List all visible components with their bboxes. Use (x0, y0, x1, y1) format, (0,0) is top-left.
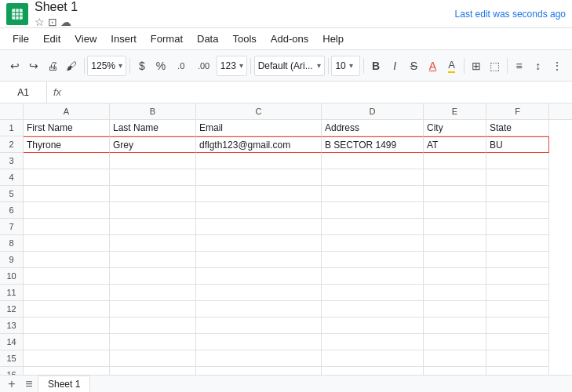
empty-cell[interactable] (110, 350, 196, 367)
empty-cell[interactable] (196, 153, 322, 169)
col-header-a[interactable]: A (24, 103, 110, 119)
underline-button[interactable]: A (424, 55, 441, 77)
empty-cell[interactable] (196, 318, 322, 334)
empty-cell[interactable] (24, 235, 110, 252)
menu-item-insert[interactable]: Insert (104, 31, 143, 46)
empty-cell[interactable] (110, 235, 196, 252)
empty-cell[interactable] (486, 334, 549, 350)
empty-cell[interactable] (424, 285, 486, 301)
more-options-button[interactable]: ⋮ (548, 55, 566, 77)
star-icon[interactable]: ☆ (35, 16, 45, 28)
font-size-select[interactable]: 10 ▾ (331, 56, 360, 76)
empty-cell[interactable] (24, 252, 110, 268)
empty-cell[interactable] (486, 350, 549, 367)
cell-c1[interactable]: Email (196, 120, 322, 136)
empty-cell[interactable] (322, 235, 424, 252)
empty-cell[interactable] (322, 367, 424, 375)
empty-cell[interactable] (424, 235, 486, 252)
decimal-dec-button[interactable]: .0 (171, 55, 191, 77)
empty-cell[interactable] (322, 350, 424, 367)
col-header-b[interactable]: B (110, 103, 196, 119)
col-header-d[interactable]: D (322, 103, 424, 119)
cell-f1[interactable]: State (486, 120, 549, 136)
empty-cell[interactable] (196, 252, 322, 268)
empty-cell[interactable] (322, 202, 424, 219)
empty-cell[interactable] (196, 202, 322, 219)
col-header-e[interactable]: E (424, 103, 486, 119)
cell-d2[interactable]: B SECTOR 1499 (322, 136, 424, 153)
empty-cell[interactable] (24, 186, 110, 202)
menu-item-data[interactable]: Data (191, 31, 224, 46)
empty-cell[interactable] (486, 219, 549, 235)
empty-cell[interactable] (486, 268, 549, 285)
cell-reference-input[interactable] (0, 82, 47, 103)
empty-cell[interactable] (424, 301, 486, 318)
cell-b2[interactable]: Grey (110, 136, 196, 153)
empty-cell[interactable] (196, 367, 322, 375)
cell-e2[interactable]: AT (424, 136, 486, 153)
empty-cell[interactable] (424, 169, 486, 186)
empty-cell[interactable] (196, 235, 322, 252)
sheet-tab-1[interactable]: Sheet 1 (38, 376, 90, 393)
empty-cell[interactable] (486, 186, 549, 202)
empty-cell[interactable] (424, 219, 486, 235)
empty-cell[interactable] (424, 318, 486, 334)
empty-cell[interactable] (424, 367, 486, 375)
empty-cell[interactable] (424, 153, 486, 169)
empty-cell[interactable] (486, 285, 549, 301)
empty-cell[interactable] (110, 252, 196, 268)
empty-cell[interactable] (424, 350, 486, 367)
empty-cell[interactable] (24, 285, 110, 301)
empty-cell[interactable] (486, 318, 549, 334)
empty-cell[interactable] (322, 301, 424, 318)
empty-cell[interactable] (110, 301, 196, 318)
empty-cell[interactable] (110, 268, 196, 285)
empty-cell[interactable] (110, 153, 196, 169)
empty-cell[interactable] (322, 252, 424, 268)
empty-cell[interactable] (486, 153, 549, 169)
empty-cell[interactable] (322, 268, 424, 285)
empty-cell[interactable] (24, 153, 110, 169)
cell-f2[interactable]: BU (486, 136, 549, 153)
empty-cell[interactable] (322, 285, 424, 301)
empty-cell[interactable] (24, 318, 110, 334)
italic-button[interactable]: I (386, 55, 403, 77)
empty-cell[interactable] (110, 169, 196, 186)
empty-cell[interactable] (24, 350, 110, 367)
halign-button[interactable]: ≡ (511, 55, 528, 77)
empty-cell[interactable] (110, 367, 196, 375)
zoom-select[interactable]: 125% ▾ (87, 56, 126, 76)
empty-cell[interactable] (24, 169, 110, 186)
empty-cell[interactable] (322, 334, 424, 350)
valign-button[interactable]: ↕ (530, 55, 547, 77)
merge-button[interactable]: ⬚ (486, 55, 504, 77)
empty-cell[interactable] (24, 202, 110, 219)
empty-cell[interactable] (110, 202, 196, 219)
empty-cell[interactable] (486, 202, 549, 219)
empty-cell[interactable] (110, 186, 196, 202)
empty-cell[interactable] (196, 186, 322, 202)
empty-cell[interactable] (196, 301, 322, 318)
print-button[interactable]: 🖨 (44, 55, 61, 77)
doc-title[interactable]: Sheet 1 (35, 0, 78, 14)
undo-button[interactable]: ↩ (6, 55, 24, 77)
empty-cell[interactable] (24, 268, 110, 285)
empty-cell[interactable] (322, 153, 424, 169)
redo-button[interactable]: ↪ (25, 55, 42, 77)
empty-cell[interactable] (24, 367, 110, 375)
cell-b1[interactable]: Last Name (110, 120, 196, 136)
empty-cell[interactable] (24, 301, 110, 318)
strikethrough-button[interactable]: S (405, 55, 422, 77)
empty-cell[interactable] (322, 186, 424, 202)
empty-cell[interactable] (486, 169, 549, 186)
empty-cell[interactable] (196, 285, 322, 301)
empty-cell[interactable] (196, 169, 322, 186)
font-select[interactable]: Default (Ari... ▾ (254, 56, 325, 76)
borders-button[interactable]: ⊞ (468, 55, 485, 77)
empty-cell[interactable] (110, 219, 196, 235)
menu-item-edit[interactable]: Edit (37, 31, 67, 46)
percent-button[interactable]: % (152, 55, 169, 77)
bold-button[interactable]: B (367, 55, 384, 77)
fill-color-button[interactable]: A (443, 55, 461, 77)
last-edit-link[interactable]: Last edit was seconds ago (455, 9, 566, 20)
